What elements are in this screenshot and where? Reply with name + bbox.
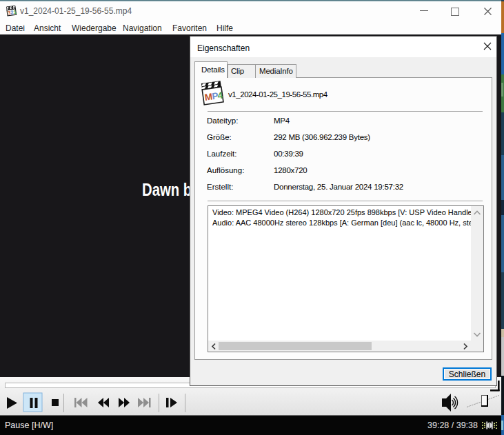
svg-text:4: 4 bbox=[217, 90, 224, 101]
svg-text:1: 1 bbox=[13, 9, 17, 15]
